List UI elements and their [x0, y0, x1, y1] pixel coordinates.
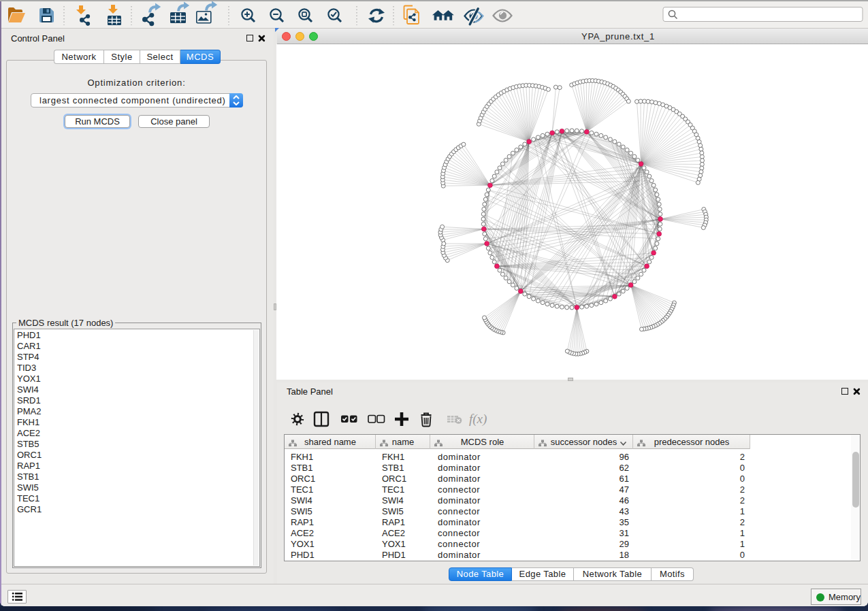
svg-text:f(x): f(x) — [469, 412, 487, 427]
